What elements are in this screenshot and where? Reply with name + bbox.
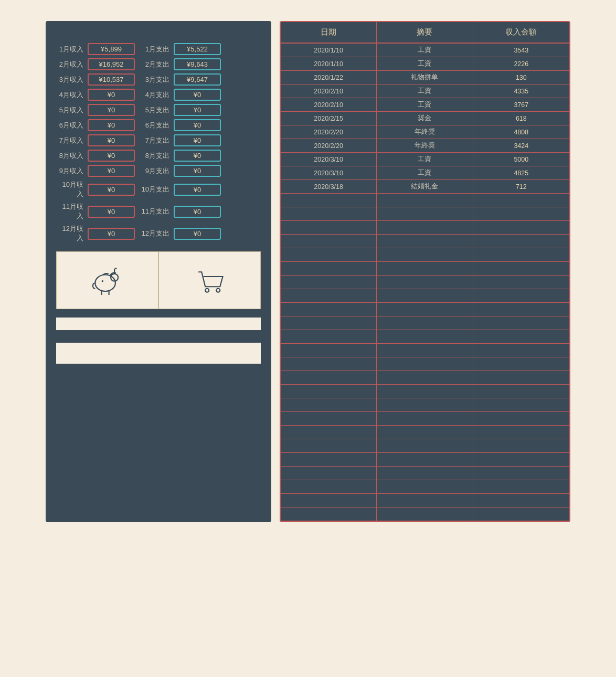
table-summary [377,344,473,357]
table-summary: 工資 [377,98,473,111]
table-amount [473,316,569,330]
table-row [281,330,569,344]
table-summary: 工資 [377,57,473,70]
table-amount: 4335 [473,84,569,98]
month-row: 2月収入 ¥16,952 2月支出 ¥9,643 [56,58,261,70]
table-summary [377,494,473,507]
table-row [281,439,569,453]
table-amount: 618 [473,112,569,125]
month-row: 1月収入 ¥5,899 1月支出 ¥5,522 [56,43,261,55]
expense-month-label: 1月支出 [139,45,169,54]
income-value[interactable]: ¥0 [88,184,135,196]
table-row: 2020/2/20 年終奨 3424 [281,139,569,153]
income-value[interactable]: ¥0 [88,89,135,101]
balance-value [56,343,261,364]
table-date [281,453,377,466]
table-summary [377,221,473,234]
table-row: 2020/2/10 工資 4335 [281,84,569,98]
income-value[interactable]: ¥0 [88,150,135,162]
svg-point-4 [216,289,220,292]
expense-value[interactable]: ¥9,643 [174,58,221,70]
table-row: 2020/2/15 奨金 618 [281,112,569,125]
table-summary [377,439,473,452]
table-amount: 3424 [473,139,569,152]
income-icon-box [56,251,158,309]
expense-value[interactable]: ¥0 [174,134,221,146]
income-value[interactable]: ¥0 [88,104,135,116]
table-summary [377,467,473,480]
income-value[interactable]: ¥5,899 [88,43,135,55]
expense-value[interactable]: ¥0 [174,119,221,131]
table-date: 2020/1/10 [281,44,377,57]
income-value[interactable]: ¥0 [88,165,135,177]
table-amount [473,248,569,261]
income-month-label: 10月収入 [56,180,83,199]
table-date [281,235,377,248]
total-expense [158,318,261,330]
income-month-label: 7月収入 [56,136,83,145]
month-row: 7月収入 ¥0 7月支出 ¥0 [56,134,261,146]
table-date [281,276,377,289]
app-container: 1月収入 ¥5,899 1月支出 ¥5,522 2月収入 ¥16,952 2月支… [46,21,570,522]
income-value[interactable]: ¥0 [88,119,135,131]
expense-value[interactable]: ¥0 [174,104,221,116]
table-summary: 工資 [377,166,473,179]
table-amount: 130 [473,71,569,84]
income-month-label: 1月収入 [56,45,83,54]
svg-point-3 [205,289,209,292]
table-summary [377,371,473,384]
table-row [281,248,569,262]
table-row [281,426,569,439]
income-value[interactable]: ¥16,952 [88,58,135,70]
expense-value[interactable]: ¥5,522 [174,43,221,55]
expense-month-label: 3月支出 [139,75,169,84]
table-row: 2020/3/18 結婚礼金 712 [281,180,569,194]
table-date [281,385,377,398]
table-amount [473,507,569,521]
table-row [281,371,569,385]
table-amount [473,371,569,384]
icons-row [56,251,261,309]
table-amount [473,235,569,248]
table-amount [473,385,569,398]
income-value[interactable]: ¥0 [88,134,135,146]
table-date [281,398,377,411]
month-row: 4月収入 ¥0 4月支出 ¥0 [56,89,261,101]
expense-value[interactable]: ¥0 [174,184,221,196]
table-row: 2020/2/20 年終奨 4808 [281,125,569,139]
table-amount [473,303,569,316]
income-value[interactable]: ¥0 [88,228,135,240]
table-amount [473,289,569,302]
expense-value[interactable]: ¥0 [174,89,221,101]
income-value[interactable]: ¥0 [88,206,135,218]
table-row: 2020/1/22 礼物拼单 130 [281,71,569,84]
table-summary [377,330,473,343]
month-row: 3月収入 ¥10,537 3月支出 ¥9,647 [56,73,261,86]
table-amount [473,357,569,371]
expense-month-label: 9月支出 [139,166,169,176]
table-date: 2020/3/10 [281,166,377,179]
expense-value[interactable]: ¥0 [174,228,221,240]
table-date: 2020/1/22 [281,71,377,84]
table-summary: 礼物拼单 [377,71,473,84]
table-summary [377,303,473,316]
income-month-label: 3月収入 [56,75,83,84]
expense-value[interactable]: ¥9,647 [174,73,221,86]
expense-month-label: 12月支出 [139,229,169,238]
table-date [281,426,377,439]
table-date [281,507,377,521]
income-value[interactable]: ¥10,537 [88,73,135,86]
table-row [281,262,569,276]
table-date [281,467,377,480]
table-row [281,412,569,426]
shopping-cart-icon [192,262,228,299]
expense-value[interactable]: ¥0 [174,206,221,218]
expense-month-label: 8月支出 [139,151,169,161]
table-date: 2020/1/10 [281,57,377,70]
expense-value[interactable]: ¥0 [174,165,221,177]
table-amount [473,439,569,452]
table-summary [377,235,473,248]
expense-value[interactable]: ¥0 [174,150,221,162]
summary-values [56,318,261,330]
table-row: 2020/3/10 工資 4825 [281,166,569,180]
